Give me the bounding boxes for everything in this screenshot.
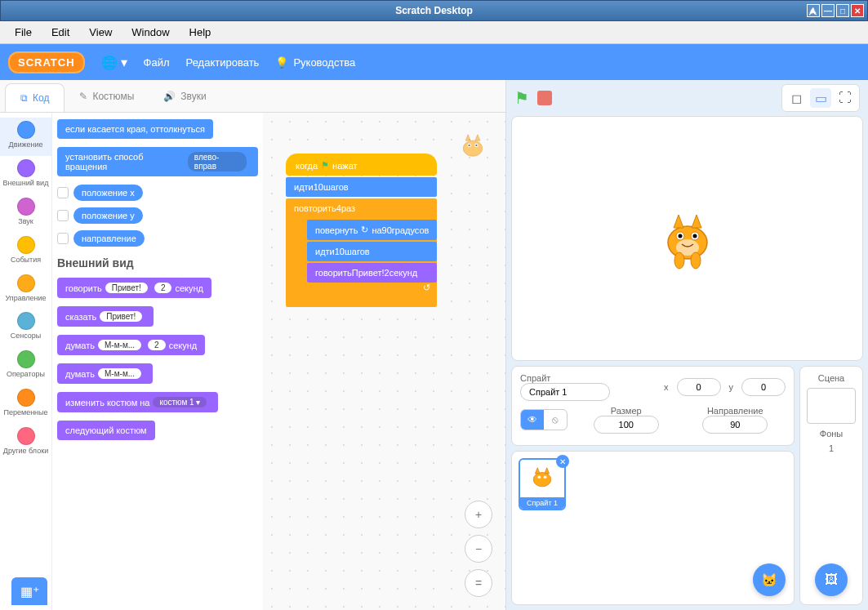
stage-fullscreen-button[interactable]: ⛶ bbox=[835, 88, 856, 108]
block-switch-costume[interactable]: изменить костюм на костюм 1 ▾ bbox=[57, 392, 218, 412]
block-think[interactable]: думать М-м-м... bbox=[57, 363, 153, 384]
add-backdrop-button[interactable]: 🖼 bbox=[815, 563, 848, 596]
category-label: Сенсоры bbox=[0, 332, 51, 341]
category-Другие блоки[interactable]: Другие блоки bbox=[0, 424, 51, 462]
checkbox-direction[interactable] bbox=[57, 233, 69, 244]
category-dot bbox=[17, 274, 35, 292]
menu-edit[interactable]: Edit bbox=[43, 23, 78, 42]
block-turn-degrees[interactable]: повернуть ↻ на 90 градусов bbox=[307, 220, 437, 240]
checkbox-xpos[interactable] bbox=[57, 187, 69, 198]
block-x-position[interactable]: положение x bbox=[73, 185, 143, 201]
add-sprite-button[interactable]: 🐱 bbox=[753, 563, 786, 596]
svg-point-10 bbox=[692, 234, 697, 238]
category-Переменные[interactable]: Переменные bbox=[0, 385, 51, 424]
category-label: Звук bbox=[0, 218, 51, 226]
zoom-reset-button[interactable]: = bbox=[465, 569, 492, 597]
category-Сенсоры[interactable]: Сенсоры bbox=[0, 309, 51, 347]
sprite-y-input[interactable] bbox=[741, 378, 786, 396]
block-repeat[interactable]: повторить 4 раз повернуть ↻ на 90 градус… bbox=[286, 198, 437, 307]
scratch-logo: SCRATCH bbox=[8, 51, 85, 73]
block-move-steps[interactable]: идти 10 шагов bbox=[286, 177, 437, 197]
block-move-steps-inner[interactable]: идти 10 шагов bbox=[307, 242, 437, 261]
header-file[interactable]: Файл bbox=[144, 56, 170, 69]
checkbox-ypos[interactable] bbox=[57, 210, 69, 221]
delete-sprite-button[interactable]: ✕ bbox=[556, 455, 569, 468]
svg-point-4 bbox=[475, 145, 477, 146]
svg-point-11 bbox=[674, 252, 684, 269]
block-if-on-edge[interactable]: если касается края, оттолкнуться bbox=[57, 119, 213, 139]
sprite-name-input[interactable] bbox=[520, 383, 610, 401]
loop-arrow-icon: ↺ bbox=[423, 283, 430, 293]
menu-help[interactable]: Help bbox=[181, 23, 220, 42]
language-selector[interactable]: 🌐 ▾ bbox=[101, 55, 127, 70]
close-button[interactable]: ✕ bbox=[851, 4, 864, 17]
stage-small-button[interactable]: ◻ bbox=[786, 88, 807, 108]
extension-icon: ▦⁺ bbox=[20, 584, 39, 599]
sprite-info-panel: Спрайт x y 👁 ⦸ Раз bbox=[511, 366, 795, 446]
block-set-rotation-style[interactable]: установить способ вращения влево-вправ bbox=[57, 147, 258, 176]
category-dot bbox=[17, 121, 35, 139]
show-sprite-button[interactable]: 👁 bbox=[521, 410, 544, 430]
direction-label: Направление bbox=[685, 406, 786, 416]
reporter-y-position: положение y bbox=[57, 207, 258, 224]
hide-sprite-button[interactable]: ⦸ bbox=[544, 410, 567, 430]
tab-sounds[interactable]: 🔊 Звуки bbox=[149, 80, 220, 112]
block-say-for-secs-script[interactable]: говорить Привет! 2 секунд bbox=[307, 263, 437, 283]
category-Управление[interactable]: Управление bbox=[0, 271, 51, 309]
sprite-x-input[interactable] bbox=[677, 378, 721, 396]
category-Звук[interactable]: Звук bbox=[0, 194, 51, 233]
header-edit[interactable]: Редактировать bbox=[186, 56, 260, 69]
script-workspace[interactable]: когда ⚑ нажат идти 10 шагов повторить 4 … bbox=[263, 113, 505, 610]
category-dot bbox=[17, 350, 35, 368]
script-stack[interactable]: когда ⚑ нажат идти 10 шагов повторить 4 … bbox=[286, 154, 437, 307]
visibility-toggle: 👁 ⦸ bbox=[520, 409, 568, 430]
block-say-for-secs[interactable]: говорить Привет! 2 секунд bbox=[57, 278, 211, 298]
menu-window[interactable]: Window bbox=[123, 23, 177, 42]
zoom-out-button[interactable]: − bbox=[465, 535, 492, 563]
category-Движение[interactable]: Движение bbox=[0, 118, 51, 156]
block-palette[interactable]: если касается края, оттолкнуться установ… bbox=[52, 113, 263, 610]
header-tutorials[interactable]: 💡 Руководства bbox=[275, 56, 355, 69]
backdrop-thumb[interactable] bbox=[807, 388, 856, 424]
maximize-button[interactable]: □ bbox=[836, 4, 849, 17]
category-label: События bbox=[0, 256, 51, 265]
sprite-thumb[interactable]: ✕ Спрайт 1 bbox=[519, 458, 566, 510]
block-say[interactable]: сказать Привет! bbox=[57, 306, 154, 327]
category-label: Другие блоки bbox=[0, 447, 51, 456]
add-extension-button[interactable]: ▦⁺ bbox=[11, 577, 47, 605]
category-dot bbox=[17, 236, 35, 254]
category-label: Движение bbox=[0, 141, 51, 149]
sprite-size-input[interactable] bbox=[594, 416, 659, 434]
block-direction[interactable]: направление bbox=[73, 230, 145, 247]
workspace-sprite-thumb bbox=[455, 127, 491, 163]
stage-large-button[interactable]: ▭ bbox=[810, 88, 831, 108]
zoom-in-button[interactable]: + bbox=[465, 501, 492, 528]
svg-point-12 bbox=[691, 252, 701, 269]
stage-sprite-cat[interactable] bbox=[651, 202, 724, 275]
category-Внешний вид[interactable]: Внешний вид bbox=[0, 156, 51, 194]
tab-code-label: Код bbox=[33, 92, 49, 104]
tab-costumes-label: Костюмы bbox=[92, 91, 134, 102]
block-y-position[interactable]: положение y bbox=[73, 207, 143, 224]
block-when-flag-clicked[interactable]: когда ⚑ нажат bbox=[286, 154, 437, 176]
category-label: Управление bbox=[0, 295, 51, 303]
block-think-for-secs[interactable]: думать М-м-м... 2 секунд bbox=[57, 335, 205, 355]
backdrops-count: 1 bbox=[805, 443, 857, 453]
stop-button[interactable] bbox=[537, 91, 552, 105]
titlebar-scroll[interactable]: ⮝ bbox=[807, 4, 820, 17]
category-dot bbox=[17, 427, 35, 445]
tab-code[interactable]: ⧉ Код bbox=[5, 83, 65, 112]
tab-costumes[interactable]: ✎ Костюмы bbox=[65, 80, 149, 112]
minimize-button[interactable]: — bbox=[821, 4, 835, 17]
category-dot bbox=[17, 389, 35, 407]
category-Операторы[interactable]: Операторы bbox=[0, 347, 51, 385]
category-События[interactable]: События bbox=[0, 233, 51, 271]
block-next-costume[interactable]: следующий костюм bbox=[57, 421, 155, 440]
green-flag-button[interactable]: ⚑ bbox=[514, 88, 529, 108]
sprite-direction-input[interactable] bbox=[702, 416, 768, 434]
menu-view[interactable]: View bbox=[81, 23, 120, 42]
menu-file[interactable]: File bbox=[7, 23, 40, 42]
stage-panel: Сцена Фоны 1 🖼 bbox=[799, 366, 863, 605]
stage[interactable] bbox=[511, 116, 863, 361]
sprite-label: Спрайт bbox=[520, 373, 656, 383]
